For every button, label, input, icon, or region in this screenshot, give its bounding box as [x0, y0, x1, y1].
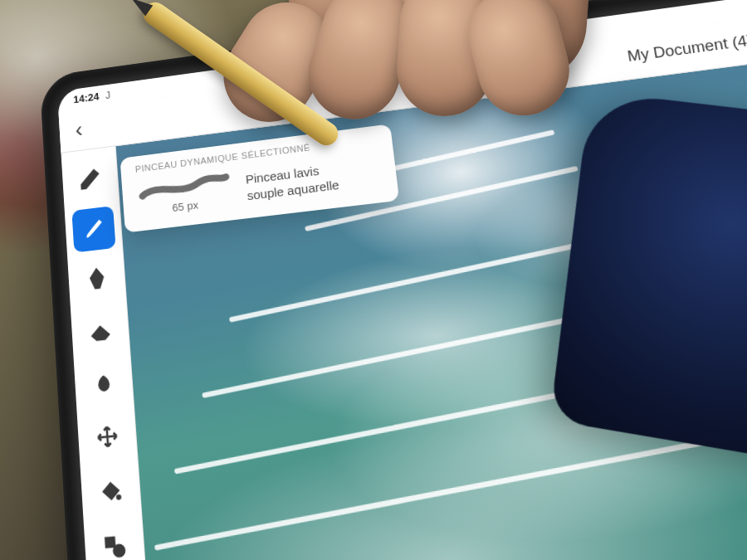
status-time: 14:24: [73, 90, 100, 105]
paint-bucket-icon: [97, 477, 124, 506]
svg-point-3: [113, 544, 124, 557]
fill-tool-button[interactable]: [87, 466, 134, 516]
nib-pen-icon: [84, 266, 110, 294]
shapes-tool-button[interactable]: [91, 521, 139, 560]
brush-icon: [81, 216, 106, 243]
draw-tool-button[interactable]: [68, 157, 112, 203]
brush-stroke-preview-icon: [136, 170, 231, 202]
back-button[interactable]: ‹: [75, 114, 100, 143]
svg-point-1: [116, 494, 120, 499]
brush-size-label: 65 px: [172, 199, 198, 214]
shapes-icon: [100, 532, 128, 560]
svg-rect-2: [105, 538, 115, 548]
paint-stroke: [154, 434, 736, 551]
eraser-tool-button[interactable]: [77, 307, 122, 355]
tablet-device: 14:24 J ‹ My Document (4) * ⌄ •••: [57, 0, 747, 560]
move-tool-button[interactable]: [84, 412, 129, 461]
svg-point-0: [95, 278, 98, 281]
app-screen: 14:24 J ‹ My Document (4) * ⌄ •••: [57, 0, 747, 560]
foreground-object: [549, 91, 747, 490]
pen-tool-button[interactable]: [75, 256, 120, 304]
smudge-tool-button[interactable]: [81, 359, 126, 408]
status-date-initial: J: [105, 89, 110, 101]
move-arrows-icon: [94, 422, 120, 450]
document-title-dropdown[interactable]: My Document (4) * ⌄: [627, 27, 747, 66]
blob-icon: [90, 369, 117, 397]
brush-preview: 65 px: [134, 170, 235, 218]
brush-tool-button[interactable]: [71, 206, 115, 252]
document-title-label: My Document (4) *: [627, 31, 747, 66]
pencil-icon: [77, 167, 102, 193]
chevron-left-icon: ‹: [75, 116, 84, 141]
eraser-icon: [87, 317, 113, 344]
brush-name: Pinceau lavis souple aquarelle: [245, 161, 339, 203]
